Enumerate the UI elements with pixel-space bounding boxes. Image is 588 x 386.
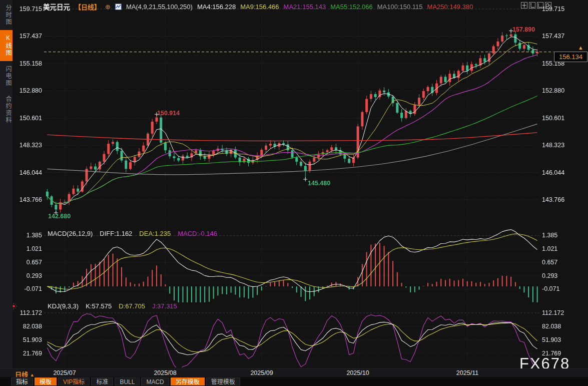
symbol-title: 美元日元 (43, 2, 70, 12)
tab-standard[interactable]: 标准 (91, 377, 113, 385)
macd-axis-label: 1.021 (27, 245, 42, 252)
high-annotation: 157.890 (512, 26, 535, 33)
macd-axis-label: 0.657 (27, 259, 42, 266)
price-axis-label: 146.044 (20, 169, 42, 176)
macd-dea-value: DEA:1.235 (139, 230, 171, 237)
ma250-value: MA250:149.380 (427, 3, 473, 11)
kdj-j-value: J:37.315 (152, 302, 177, 310)
kdj-axis-label: 112.172 (542, 309, 564, 316)
time-axis-scale-icon[interactable] (537, 2, 543, 8)
exit-chart-icon[interactable] (545, 2, 551, 8)
swing-low-annotation: 145.480 (308, 180, 330, 187)
tab-templates[interactable]: 模板 (35, 377, 57, 385)
chart-style-icon[interactable] (115, 4, 122, 10)
price-axis-label: 150.601 (20, 115, 42, 122)
kdj-title: KDJ(9,3,3) (48, 302, 79, 310)
price-axis-scale-icon[interactable] (529, 2, 535, 8)
ma100-value: MA100:150.115 (377, 3, 423, 11)
kdj-k-value: K:57.575 (86, 302, 112, 310)
x-axis-label: 2025/10 (346, 369, 369, 376)
sidebar-tab-kline-chart[interactable]: K线图 (0, 30, 13, 61)
kdj-d-value: D:67.705 (119, 302, 145, 310)
kdj-axis-label: 112.172 (20, 309, 42, 316)
last-price-box: 156.134 (554, 52, 587, 62)
macd-hist-value: MACD:-0.146 (178, 230, 217, 237)
price-axis-label: 143.766 (542, 196, 564, 203)
macd-axis-label: 1.385 (542, 232, 557, 239)
ma9-value: MA9:156.466 (240, 3, 279, 11)
tab-macd[interactable]: MACD (141, 377, 169, 385)
price-axis-label: 143.766 (20, 196, 42, 203)
x-axis-label: 2025/08 (154, 369, 176, 376)
x-axis-label: 2025/09 (250, 369, 273, 376)
price-axis-label: 157.437 (542, 33, 564, 40)
swing-high-annotation: 150.914 (157, 110, 180, 117)
macd-header: MACD(26,12,9) DIFF:1.162 DEA:1.235 MACD:… (48, 230, 217, 237)
macd-axis-label: 0.293 (542, 272, 557, 279)
macd-axis-label: -0.071 (542, 285, 559, 292)
price-up-arrow-icon: ▲ (578, 45, 583, 51)
tab-manage-template[interactable]: 管理模板 (206, 377, 240, 385)
ma55-value: MA55:152.066 (330, 3, 373, 11)
macd-axis-label: 0.293 (27, 272, 42, 279)
price-axis-label: 148.323 (542, 142, 564, 149)
chart-header: 美元日元 【日线】 ⊕ MA(4,9,21,55,100,250) MA4:15… (43, 2, 473, 12)
price-axis-label: 146.044 (542, 169, 564, 176)
price-axis-label: 148.323 (20, 142, 42, 149)
macd-title: MACD(26,12,9) (48, 230, 93, 237)
sidebar: 分时图 K线图 闪电图 合约资料 (0, 0, 13, 369)
price-axis-label: 152.880 (542, 87, 564, 94)
chart-controls (521, 2, 551, 8)
x-axis-label: 2025/07 (53, 369, 76, 376)
pan-icon[interactable] (521, 2, 527, 8)
circle-plus-icon[interactable]: ⊕ (105, 4, 111, 10)
macd-diff-value: DIFF:1.162 (100, 230, 132, 237)
chart-canvas[interactable] (0, 0, 588, 386)
kdj-axis-label: 51.903 (542, 336, 561, 343)
bottom-toolbar: 指标 模板 VIP指标 标准 BULL MACD 另存模板 管理模板 (0, 377, 588, 386)
low-annotation: 142.680 (48, 213, 71, 220)
kdj-axis-label: 82.038 (542, 323, 561, 330)
sidebar-tab-contract-info[interactable]: 合约资料 (0, 91, 13, 128)
ma21-value: MA21:155.143 (284, 3, 326, 11)
macd-axis-label: 0.657 (542, 259, 557, 266)
macd-axis-label: 1.385 (27, 232, 42, 239)
x-axis-label: 2025/11 (456, 369, 478, 376)
kdj-axis-label: 82.038 (23, 323, 42, 330)
ma-group-label: MA(4,9,21,55,100,250) (126, 3, 193, 11)
period-tag: 【日线】 (75, 2, 101, 12)
kdj-header: KDJ(9,3,3) K:57.575 D:67.705 J:37.315 (48, 302, 177, 310)
tab-vip-indicators[interactable]: VIP指标 (58, 377, 90, 385)
price-axis-label: 157.437 (20, 33, 42, 40)
tab-bull[interactable]: BULL (115, 377, 140, 385)
price-axis-label: 155.158 (20, 60, 42, 67)
price-axis-label: 159.715 (20, 6, 42, 13)
macd-axis-label: 1.021 (542, 245, 557, 252)
kdj-axis-label: 51.903 (23, 336, 42, 343)
sidebar-tab-flash-chart[interactable]: 闪电图 (0, 61, 13, 91)
ma4-value: MA4:156.228 (197, 3, 236, 11)
tab-save-template[interactable]: 另存模板 (171, 377, 205, 385)
macd-axis-label: -0.071 (25, 285, 42, 292)
tab-indicators[interactable]: 指标 (11, 377, 33, 385)
kdj-axis-label: 21.769 (23, 350, 42, 357)
price-axis-label: 150.601 (542, 115, 564, 122)
sidebar-tab-time-chart[interactable]: 分时图 (0, 0, 13, 30)
price-axis-label: 152.880 (20, 87, 42, 94)
x-axis-strip: 日线 ▲ 2025/07 2025/08 2025/09 2025/10 202… (0, 368, 588, 377)
